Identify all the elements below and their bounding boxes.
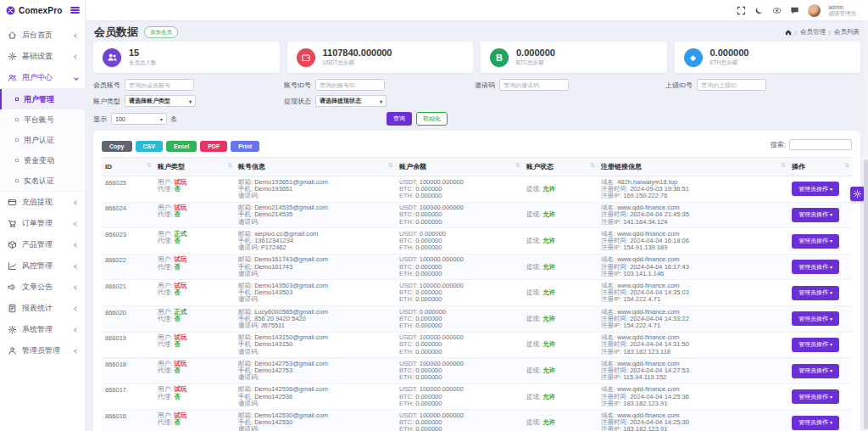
menu-toggle-icon[interactable] [70,5,80,15]
admin-action-button[interactable]: 管理员操作 ▾ [792,416,839,430]
cell-balance: USDT: 100000.000000 BTC: 0.000000 ETH: 0… [396,176,523,203]
export-pdf-button[interactable]: PDF [200,141,227,152]
table-search-input[interactable] [789,139,852,150]
sort-icon: ⇅ [781,162,786,169]
stat-card: ◆ 0.000000 ETH总余额 [675,42,861,73]
cell-account-type: 用户: 试玩 代理: 否 [154,202,235,228]
sidebar-item-article-announcement[interactable]: 文章公告 [0,277,85,298]
filter-label: 邀请码 [475,81,495,90]
export-buttons: CopyCSVExcelPDFPrint [102,137,263,152]
caret-down-icon: ▾ [830,212,832,217]
export-csv-button[interactable]: CSV [136,141,163,152]
bullet-icon [15,98,19,101]
sidebar-item-admin-management[interactable]: 管理员管理 [0,340,85,361]
sidebar-item-home[interactable]: 后台首页 [0,25,85,46]
withdraw-status-select[interactable]: 请选择提现状态 ▾ [315,95,387,107]
cart-icon [8,219,17,228]
bullet-icon [15,159,19,162]
table-search: 搜索: [771,139,852,150]
admin-action-button[interactable]: 管理员操作 ▾ [792,234,839,249]
filter-row-3: 显示 100 ▾ 条 查询 初始化 [93,112,860,126]
settings-flyout-button[interactable] [850,187,865,201]
sidebar-item-order-management[interactable]: 订单管理 [0,213,85,234]
sidebar-subitem-fund-changes[interactable]: 资金变动 [0,150,85,171]
column-header[interactable]: 账户类型⇅ [154,158,235,176]
table-row: 866017 用户: 试玩 代理: 否 邮箱: Demo142536@gmail… [102,383,852,410]
admin-action-button[interactable]: 管理员操作 ▾ [792,286,839,300]
admin-action-button[interactable]: 管理员操作 ▾ [792,338,839,352]
chevron-left-icon [74,221,79,227]
column-header[interactable]: 账户余额⇅ [396,158,523,176]
account-id-input[interactable] [315,79,385,91]
avatar[interactable] [808,4,821,17]
search-button[interactable]: 查询 [387,112,412,126]
cell-id: 866025 [102,176,154,203]
sidebar-item-basic-settings[interactable]: 基础设置 [0,46,85,67]
add-member-button[interactable]: 添加会员 [144,26,178,38]
sidebar-item-product-management[interactable]: 产品管理 [0,234,85,255]
filter-label: 会员账号 [93,81,120,90]
parent-id-input[interactable] [697,79,766,91]
cell-action: 管理员操作 ▾ [788,410,852,431]
column-header[interactable]: 账号信息⇅ [235,158,396,176]
admin-action-button[interactable]: 管理员操作 ▾ [792,364,839,378]
sidebar-subitem-platform-account[interactable]: 平台账号 [0,109,85,130]
breadcrumb-item[interactable]: 会员管理 [800,28,826,36]
home-icon[interactable] [785,29,792,36]
sidebar-subitem-realname-auth[interactable]: 实名认证 [0,171,85,191]
column-header[interactable]: 账户状态⇅ [523,158,598,176]
admin-action-button[interactable]: 管理员操作 ▾ [792,260,839,274]
sidebar-item-user-center[interactable]: 用户中心 [0,67,85,88]
cell-balance: USDT: 100000.000000 BTC: 0.000000 ETH: 0… [396,202,523,228]
filter-label: 账户类型 [93,97,120,106]
eye-icon[interactable] [772,6,782,15]
fullscreen-icon[interactable] [737,6,746,15]
caret-down-icon: ▾ [830,395,832,400]
sidebar-item-report-statistics[interactable]: 报表统计 [0,298,85,319]
column-header[interactable]: 操作⇅ [788,158,852,176]
column-header[interactable]: 注册链接信息⇅ [598,158,788,176]
cell-balance: USDT: 100000.000000 BTC: 0.000000 ETH: 0… [396,280,523,306]
chevron-left-icon [74,243,79,248]
sidebar-subitem-label: 用户认证 [24,135,54,146]
sidebar-subitem-label: 资金变动 [24,155,54,166]
reset-button[interactable]: 初始化 [416,112,448,126]
cell-reg-info: 域名: www.qdd-finance.com 注册时间: 2024-04-04… [598,383,788,410]
export-excel-button[interactable]: Excel [166,141,197,152]
export-copy-button[interactable]: Copy [102,141,132,152]
sidebar-item-recharge-withdraw[interactable]: 充值提现 [0,192,85,213]
moon-icon[interactable] [754,6,764,15]
sidebar-item-risk-management[interactable]: 风控管理 [0,255,85,277]
cell-status: 提现: 允许 [523,202,598,228]
admins-icon [8,346,17,355]
cell-status: 提现: 允许 [523,280,598,306]
column-header[interactable]: ID⇅ [102,158,154,176]
admin-action-button[interactable]: 管理员操作 ▾ [792,182,839,196]
sidebar-subitem-user-management[interactable]: 用户管理 [0,89,85,109]
select-value: 请选择提现状态 [320,97,361,105]
admin-action-button[interactable]: 管理员操作 ▾ [792,311,839,326]
breadcrumb-item[interactable]: 会员列表 [834,28,860,36]
admin-action-button[interactable]: 管理员操作 ▾ [792,389,839,404]
admin-action-button[interactable]: 管理员操作 ▾ [792,208,839,222]
sidebar-subitem-user-auth[interactable]: 用户认证 [0,130,85,150]
cell-balance: USDT: 100000.000000 BTC: 0.000000 ETH: 0… [396,254,523,280]
cell-reg-info: 域名: www.qdd-finance.com 注册时间: 2024-04-04… [598,254,788,280]
export-print-button[interactable]: Print [231,141,259,152]
cell-id: 866017 [102,383,154,410]
scrollbar[interactable] [864,20,868,431]
chevron-left-icon [74,349,79,354]
page-size-select[interactable]: 100 ▾ [111,113,167,125]
invite-code-input[interactable] [499,79,569,91]
chat-icon[interactable] [790,6,799,15]
caret-down-icon: ▾ [830,187,832,192]
caret-down-icon: ▾ [830,238,832,243]
scrollbar-thumb[interactable] [864,160,868,429]
account-type-select[interactable]: 请选择账户类型 ▾ [125,95,196,107]
member-account-input[interactable] [125,79,194,91]
cell-action: 管理员操作 ▾ [788,176,852,203]
sidebar-subitem-label: 平台账号 [24,115,54,126]
sidebar-item-system-management[interactable]: 系统管理 [0,319,85,340]
gear-icon [853,189,862,199]
cell-balance: USDT: 0.000000 BTC: 0.000000 ETH: 0.0000… [396,228,523,255]
